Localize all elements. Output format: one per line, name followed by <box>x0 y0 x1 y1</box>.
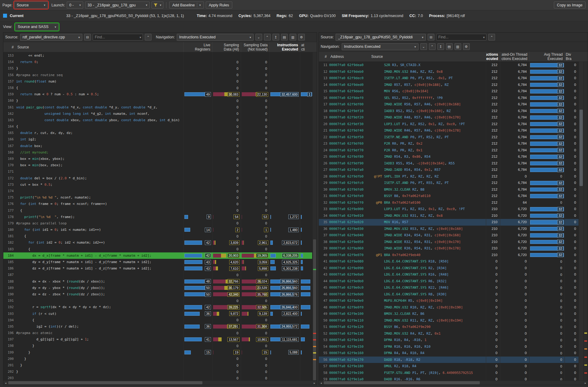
sass-row[interactable]: 1200007fa0 62f9deb0IMAD.MOV.U32 R46, RZ,… <box>319 69 579 75</box>
source-row[interactable]: 184 dx = d_x[frame * numatm + id1] - d_x… <box>3 252 312 259</box>
source-row[interactable]: 196#pragma acc atomic00 <box>3 330 312 336</box>
source-row[interactable]: 182 for (int id2 = 0; id2 < numatm; id2+… <box>3 239 312 246</box>
source-row[interactable]: 172 double del = box / (2.0 * d_bin);00 <box>3 175 312 181</box>
copy-as-image-button[interactable]: Copy as Image <box>554 2 586 9</box>
profile-settings-button[interactable]: ⚙ <box>463 43 470 50</box>
source-row[interactable]: 169 box = min(xbox, ybox);00 <box>3 156 312 162</box>
sass-row[interactable]: 5100007fa0 62f9e120BSSY B6, 0x7fa062f9e2… <box>319 324 579 330</box>
sass-row[interactable]: 3900007fa0 62f9e060IMAD.WIDE R30, R54, R… <box>319 245 579 252</box>
nav-prev-button[interactable]: ⌃ <box>429 43 436 50</box>
sass-row[interactable]: 4100007fa0 62f9e080LDG.E.64.CONSTANT.SYS… <box>319 258 579 265</box>
expand-columns-button[interactable]: ▤ <box>281 34 288 40</box>
source-row[interactable]: 155}00 <box>3 65 312 72</box>
column-header-instructions-executed[interactable]: uctionsecuted <box>486 51 500 62</box>
sass-row[interactable]: 3100007fa0 62f9dfe0BSSY B8, 0x7fa062fa01… <box>319 193 579 199</box>
column-header-instructions-executed[interactable]: InstructionsExecuted <box>269 42 300 52</box>
navigation-metric-select[interactable]: Instructions Executed▾ <box>177 34 254 41</box>
sass-row[interactable]: 1100007fa0 62f9dea0S2R R3, SR_CTAID.X212… <box>319 62 579 69</box>
profile-settings-button[interactable]: ⚙ <box>298 34 305 40</box>
sass-row[interactable]: 4800007fa0 62f9e0f0IMAD.MOV.U32 R10, RZ,… <box>319 304 579 311</box>
source-row[interactable]: 181 {00 <box>3 233 312 239</box>
source-row[interactable]: 189 dy = dy - ybox * (round(dy / ybox));… <box>3 285 312 291</box>
sass-row[interactable]: 1500007fa0 62f9dee0MOV R56, c[0x0][0x164… <box>319 88 579 95</box>
source-row[interactable]: 159 return num < 0 ? num - 0.5 : num + 0… <box>3 91 312 97</box>
sass-horizontal-scrollbar[interactable]: ◂ ▸ <box>319 380 588 385</box>
launch-kernel-select[interactable]: 33 - _Z16pair_gpu_178_gpu▾ <box>85 2 150 9</box>
sass-row[interactable]: 3800007fa0 62f9e050IMAD.WIDE R32, R54, R… <box>319 239 579 245</box>
source-row[interactable]: 158{00 <box>3 85 312 91</box>
source-row[interactable]: 154 return 0;00 <box>3 59 312 65</box>
sass-row[interactable]: 5400007fa0 62f9e150DFMA R10, R10, R10, R… <box>319 343 579 350</box>
sass-row[interactable]: 2100007fa0 62f9df40IMAD.WIDE R46, R57, R… <box>319 127 579 134</box>
source-row[interactable]: 17100 <box>3 168 312 175</box>
sass-row[interactable]: 2500007fa0 62f9df80IMAD R54, R3, 0x80, R… <box>319 153 579 160</box>
source-row[interactable]: 199 }1519155,088 <box>3 349 312 356</box>
source-row[interactable]: 20300 <box>3 375 312 380</box>
sass-row[interactable]: 1700007fa0 62f9df00IMAD.WIDE R50, R57, R… <box>319 101 579 108</box>
source-row[interactable]: 183 {00 <box>3 246 312 252</box>
scrollbar-thumb[interactable] <box>8 381 202 384</box>
launch-index-select[interactable]: 0 -▾ <box>67 2 83 9</box>
sass-row[interactable]: 2000007fa0 62f9df30LOP3.LUT P1, RZ, R52,… <box>319 121 579 128</box>
source-row[interactable]: 166 int ig2;00 <box>3 136 312 142</box>
filter-button[interactable]: ▾ <box>151 2 163 9</box>
page-select[interactable]: Source▾ <box>14 2 48 9</box>
sass-row[interactable]: 3500007fa0 62f9e020MOV R16, R572106,7203… <box>319 219 579 226</box>
sass-row[interactable]: 3300007fa0 62f9e000LOP3.LUT P1, RZ, R52,… <box>319 206 579 213</box>
source-row[interactable]: 18700 <box>3 272 312 278</box>
source-file-select[interactable]: rdf_parallel_directive.cpp▾ <box>20 34 82 41</box>
sass-row[interactable]: 3000007fa0 62f9dfd0BMOV.32.CLEAR RZ, B82… <box>319 186 579 193</box>
goto-top-button[interactable]: ↥ <box>437 43 444 50</box>
source-row[interactable]: 197 d_g2[ig2] = d_g2[ig2] + 1;4113,56710… <box>3 336 312 343</box>
sass-row[interactable]: 2400007fa0 62f9df70P2R R0, PR, RZ, 0x121… <box>319 147 579 154</box>
sass-row[interactable]: 2200007fa0 62f9df50ISETP.NE.AND P0, PT, … <box>319 134 579 141</box>
column-header-predicated-clipped[interactable]: atcti <box>300 42 312 52</box>
nav-next-button[interactable]: ⌄ <box>420 43 427 50</box>
sass-row[interactable]: 3600007fa0 62f9e030IMAD.MOV.U32 R53, RZ,… <box>319 226 579 232</box>
source-row[interactable]: 164{00 <box>3 123 312 130</box>
column-header-live-registers[interactable]: LiveRegisters <box>184 42 212 52</box>
view-select[interactable]: Source and SASS▾ <box>15 23 59 30</box>
source-row[interactable]: 175 printf("\n %d %d ", nconf, numatm);0… <box>3 194 312 201</box>
sass-row[interactable]: 4700007fa0 62f9e0e0MUFU.RCP64H R5, c[0x0… <box>319 297 579 304</box>
sass-row[interactable]: 5800007fa0 62f9e190FSETP.GTU.AND P1, PT,… <box>319 370 579 376</box>
source-row[interactable]: 17400 <box>3 188 312 194</box>
sass-row[interactable]: 4600007fa0 62f9e0d0LDG.E.64.CONSTANT.SYS… <box>319 291 579 298</box>
source-row[interactable]: 185 dy = d_y[frame * numatm + id1] - d_y… <box>3 259 312 265</box>
find-input[interactable] <box>437 34 482 40</box>
sass-row[interactable]: 4000007fa0 62f9e070@P1 BRA 0x7fa062f9eb4… <box>319 252 579 259</box>
source-row[interactable]: 156#pragma acc routine seq00 <box>3 72 312 78</box>
sass-row[interactable]: 4500007fa0 62f9e0c0LDG.E.64.CONSTANT.SYS… <box>319 284 579 291</box>
find-prev-button[interactable]: ⌃ <box>145 34 151 40</box>
scrollbar-thumb[interactable] <box>324 381 480 384</box>
source-row[interactable]: 19100 <box>3 297 312 304</box>
column-header-row-number[interactable]: # <box>319 51 329 62</box>
sass-row[interactable]: 5500007fa0 62f9e160DFMA R4, R4, R10, R40… <box>319 350 579 357</box>
source-horizontal-scrollbar[interactable]: ◂ ▸ <box>3 380 317 385</box>
scroll-right-icon[interactable]: ▸ <box>583 381 588 385</box>
column-header-avg-thread-executed[interactable]: Avg ThreadExecuted <box>529 51 565 62</box>
source-row[interactable]: 202}00 <box>3 368 312 375</box>
sass-row[interactable]: 5700007fa0 62f9e180DMUL R2, R18, R40000 <box>319 363 579 370</box>
sass-row[interactable]: 4400007fa0 62f9e0b0LDG.E.64.CONSTANT.SYS… <box>319 278 579 285</box>
sass-row[interactable]: 4300007fa0 62f9e0a0LDG.E.64.CONSTANT.SYS… <box>319 271 579 278</box>
source-row[interactable]: 161void pair_gpu(const double *d_x, cons… <box>3 104 312 111</box>
navigation-metric-select[interactable]: Instructions Executed▾ <box>342 43 419 50</box>
find-prev-button[interactable]: ⌃ <box>488 34 495 40</box>
sass-row[interactable]: 2600007fa0 62f9df90IADD3 R55, R54, -c[0x… <box>319 160 579 167</box>
sass-row[interactable]: 4200007fa0 62f9e090LDG.E.64.CONSTANT.SYS… <box>319 265 579 272</box>
column-header-line-number[interactable]: # <box>3 42 16 52</box>
column-header-address[interactable]: Address <box>329 51 370 62</box>
open-file-button[interactable]: ⊟ <box>84 34 91 40</box>
source-row[interactable]: 190 dz = dz - zbox * (round(dz / zbox));… <box>3 291 312 297</box>
source-row[interactable]: 195 ig2 = (int)(r / del);3637,29131,3082… <box>3 323 312 330</box>
source-row[interactable]: 180 for (int id1 = 0; id1 < numatm; id1+… <box>3 227 312 233</box>
source-row[interactable]: 192 r = sqrtf(dx * dx + dy * dy + dz * d… <box>3 304 312 310</box>
sass-row[interactable]: 4900007fa0 62f9e100BMOV.32.CLEAR RZ, B60… <box>319 311 579 317</box>
source-row[interactable]: 162 unsigned long long int *d_g2, int nu… <box>3 111 312 117</box>
sass-function-select[interactable]: _Z16pair_gpu_178_gpuPKdS0_S0_Pyiidddi▾ <box>336 34 426 41</box>
source-row[interactable]: 165 double r, cut, dx, dy, dz;00 <box>3 130 312 136</box>
sass-row[interactable]: 5300007fa0 62f9e140DFMA R10, R4, -R10, 1… <box>319 337 579 343</box>
scroll-left-icon[interactable]: ◂ <box>319 381 323 385</box>
sass-vertical-scrollbar[interactable] <box>579 62 583 380</box>
